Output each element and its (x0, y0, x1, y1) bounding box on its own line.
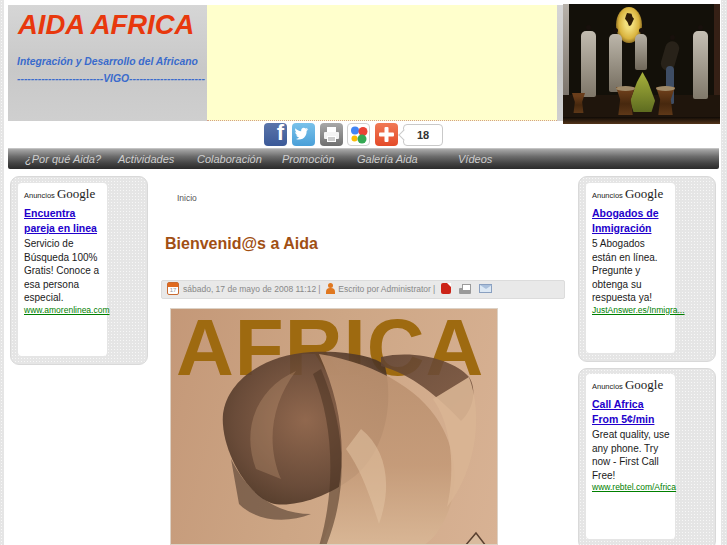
separator: | (433, 284, 435, 294)
anuncios-text: Anuncios (24, 191, 55, 200)
photo-person (693, 31, 708, 99)
africa-abstract-art (171, 309, 498, 545)
page-left-margin (0, 0, 4, 545)
photo-drum-top (616, 86, 635, 91)
ad-url-link[interactable]: JustAnswer.es/Inmigra... (592, 305, 673, 315)
ad-container-right-bottom: Anuncios Google Call Africa From 5¢/min … (578, 368, 716, 545)
photo-person-head (613, 28, 618, 33)
article-image-africa: AFRICA (170, 308, 498, 545)
photo-person (609, 34, 622, 92)
photo-person-head (698, 25, 703, 30)
photo-drum-top (656, 86, 675, 91)
ads-by-google-label: Anuncios Google (24, 186, 105, 202)
facebook-icon[interactable]: f (264, 123, 287, 146)
photo-plant (630, 72, 655, 112)
print-article-icon[interactable] (459, 284, 471, 294)
nav-item-actividades[interactable]: Actividades (118, 153, 174, 165)
site-title: AIDA AFRICA (18, 9, 194, 41)
google-ad-left: Anuncios Google Encuentra pareja en line… (18, 183, 107, 356)
nav-item-galeria-aida[interactable]: Galería Aida (357, 153, 418, 165)
google-ad-right-bottom: Anuncios Google Call Africa From 5¢/min … (586, 374, 675, 539)
author-icon (325, 283, 335, 294)
ads-by-google-label: Anuncios Google (592, 377, 673, 393)
photo-person (581, 31, 596, 97)
ad-banner-placeholder (207, 5, 557, 121)
site-subtitle-vigo: -------------------------VIGO-----------… (17, 72, 205, 84)
share-plus-icon[interactable] (375, 123, 398, 146)
photo-stage-front (563, 117, 720, 124)
ad-container-left: Anuncios Google Encuentra pareja en line… (10, 176, 148, 365)
twitter-icon[interactable] (292, 123, 315, 146)
ad-body-text: 5 Abogados están en línea. Pregunte y ob… (592, 237, 673, 305)
google-logo: Google (625, 377, 663, 392)
ads-by-google-label: Anuncios Google (592, 186, 673, 202)
photo-person-head (639, 28, 644, 33)
photo-person (635, 34, 647, 70)
article-meta-bar: sábado, 17 de mayo de 2008 11:12|Escrito… (161, 280, 565, 299)
article-title: Bienvenid@s a Aida (165, 235, 318, 253)
article-date: sábado, 17 de mayo de 2008 11:12 (183, 284, 316, 294)
ad-headline-link[interactable]: Call Africa From 5¢/min (592, 397, 673, 426)
anuncios-text: Anuncios (592, 191, 623, 200)
nav-item-videos[interactable]: Vídeos (458, 153, 492, 165)
breadcrumb[interactable]: Inicio (177, 193, 197, 203)
nav-item-promocion[interactable]: Promoción (282, 153, 335, 165)
ad-body-text: Great quality, use any phone. Try now - … (592, 428, 673, 482)
ad-body-text: Servicio de Búsqueda 100% Gratis! Conoce… (24, 237, 105, 305)
site-subtitle: Integración y Desarrollo del Africano (17, 55, 198, 67)
google-ad-right-top: Anuncios Google Abogados de Inmigración … (586, 183, 675, 353)
share-count-badge: 18 (403, 124, 443, 146)
ad-headline-link[interactable]: Encuentra pareja en linea (24, 206, 105, 235)
separator: | (318, 284, 320, 294)
print-icon[interactable] (320, 123, 343, 146)
google-logo: Google (57, 186, 95, 201)
share-count: 18 (417, 129, 429, 141)
photo-person-head (670, 35, 675, 40)
page-right-margin (721, 0, 727, 545)
article-byline: Escrito por Administrator (338, 284, 431, 294)
email-icon[interactable] (479, 284, 492, 293)
ad-url-link[interactable]: www.amorenlinea.com (24, 305, 105, 315)
nav-item-por-que-aida[interactable]: ¿Por qué Aida? (25, 153, 101, 165)
ad-headline-link[interactable]: Abogados de Inmigración (592, 206, 673, 235)
ad-url-link[interactable]: www.rebtel.com/Africa (592, 482, 673, 492)
pdf-icon[interactable] (441, 283, 451, 294)
main-nav: ¿Por qué Aida? Actividades Colaboración … (8, 148, 719, 169)
nav-item-colaboracion[interactable]: Colaboración (197, 153, 262, 165)
google-logo: Google (625, 186, 663, 201)
header-photo (563, 4, 720, 124)
ad-container-right-top: Anuncios Google Abogados de Inmigración … (578, 176, 716, 362)
calendar-icon (167, 282, 179, 295)
anuncios-text: Anuncios (592, 382, 623, 391)
photo-person-head (586, 25, 591, 30)
google-icon[interactable] (347, 123, 370, 146)
